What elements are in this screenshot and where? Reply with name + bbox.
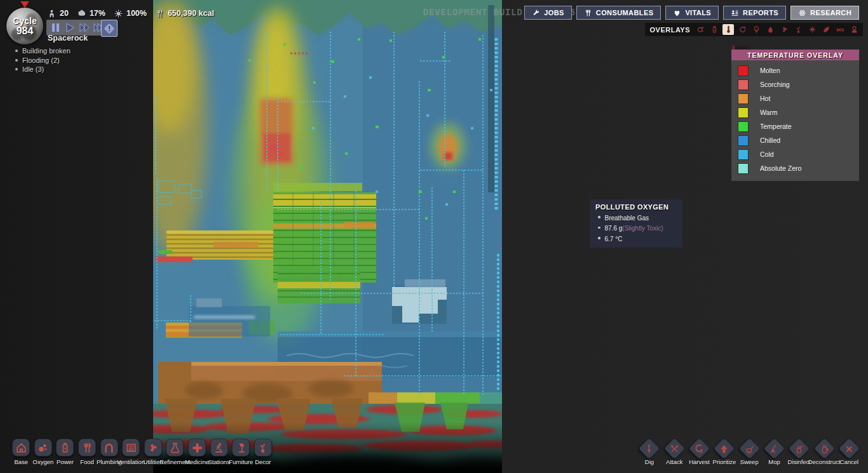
alert-idle[interactable]: Idle (3) [15,65,71,74]
notifications-button[interactable]: ! [101,20,118,37]
legend-label: Cold [760,150,774,158]
sweep-tool[interactable]: Sweep [737,439,762,465]
rooms-overlay-icon [836,25,844,34]
tool-label: Harvest [689,458,710,465]
legend-label: Molten [760,67,780,74]
stat-duplicants-value: 20 [60,9,69,18]
legend-row-chilled: Chilled [731,133,859,147]
jobs-label: JOBS [544,9,564,17]
build-category-decor[interactable]: Decor [252,439,275,465]
cancel-tool[interactable]: Cancel [837,439,862,465]
asteroid-name: Spacerock [48,34,88,43]
alert-building-broken[interactable]: Building broken [15,46,71,56]
tool-label: Prioritize [712,458,736,465]
materials-overlay-button[interactable] [736,24,748,35]
legend-label: Temperate [760,123,792,130]
plumbing-overlay-icon [766,25,775,34]
build-category-power[interactable]: Power [54,439,76,465]
germs-overlay-button[interactable] [806,24,818,35]
build-category-label: Stations [208,458,229,465]
harvest-icon [695,443,705,453]
oxygen-overlay-button[interactable] [695,24,706,35]
stat-calories: 650,390 kcal [155,9,214,18]
dig-icon [644,443,654,453]
oxygen-overlay-icon [696,25,705,34]
alert-flooding[interactable]: Flooding (2) [15,56,71,65]
food-icon [81,442,93,454]
game-world-viewport[interactable] [153,0,502,473]
fast-button[interactable] [78,21,91,34]
consumables-label: CONSUMABLES [596,9,654,17]
play-button[interactable] [64,21,76,34]
jobs-button[interactable]: JOBS [524,6,572,20]
consumables-button[interactable]: CONSUMABLES [576,6,661,20]
colony-stats: 20 17% 100% 650,390 kcal [47,8,214,19]
bullet-icon [598,237,600,239]
build-menu: Base Oxygen Power Food Plumbing Ventilat… [10,439,274,465]
bullet-icon [15,50,18,52]
legend-title: TEMPERATURE OVERLAY [731,50,859,60]
atom-icon [798,9,806,17]
disinfect-icon [794,443,804,453]
attack-tool[interactable]: Attack [662,439,687,465]
farming-overlay-icon [794,25,803,34]
reports-button[interactable]: REPORTS [723,6,786,20]
absolute-zero-swatch [738,164,748,173]
dig-tool[interactable]: Dig [637,439,661,465]
plumbing-icon [103,442,115,454]
plumbing-overlay-button[interactable] [764,24,776,35]
research-button[interactable]: RESEARCH [790,6,859,20]
build-category-food[interactable]: Food [76,439,98,465]
build-category-medicine[interactable]: Medicine [186,439,208,465]
build-category-stations[interactable]: Stations [208,439,230,465]
mop-tool[interactable]: Mop [762,439,787,465]
tooltip-toxicity: (Slightly Toxic) [622,225,663,232]
reports-label: REPORTS [743,9,778,17]
ventilation-overlay-button[interactable] [778,24,790,35]
legend-label: Scorching [760,81,790,88]
vitals-button[interactable]: VITALS [665,6,719,20]
build-category-label: Base [14,458,28,465]
power-overlay-icon [710,25,719,34]
build-category-furniture[interactable]: Furniture [230,439,252,465]
pause-button[interactable] [49,21,62,34]
mop-icon [769,443,779,453]
farming-overlay-button[interactable] [792,24,804,35]
build-category-oxygen[interactable]: Oxygen [32,439,55,465]
alert-text: Building broken [22,47,71,55]
alert-text: Flooding (2) [22,57,60,64]
bullet-icon [15,59,18,62]
tool-menu: Dig Attack Harvest Prioritize Sweep Mop … [637,439,862,465]
cancel-icon [844,443,854,453]
legend-row-hot: Hot [731,91,859,105]
prioritize-tool[interactable]: Prioritize [712,439,736,465]
bullet-icon [15,68,18,70]
exosuit-overlay-button[interactable] [848,24,860,35]
materials-overlay-icon [738,25,747,34]
decor-overlay-button[interactable] [820,24,832,35]
stat-calories-value: 650,390 kcal [168,9,214,18]
legend-row-temperate: Temperate [731,119,859,133]
temperature-overlay-button[interactable] [722,24,734,35]
legend-row-absolute-zero: Absolute Zero [731,161,859,175]
build-category-ventilation[interactable]: Ventilation [120,439,142,465]
light-overlay-button[interactable] [750,24,762,35]
hot-swatch [738,94,748,103]
harvest-tool[interactable]: Harvest [687,439,712,465]
fast-icon [79,23,90,32]
deconstruct-tool[interactable]: Deconstruct [811,439,836,465]
calories-icon [155,9,165,18]
legend-row-molten: Molten [731,63,859,77]
tool-label: Cancel [840,458,859,465]
build-category-refinement[interactable]: Refinement [164,439,186,465]
power-overlay-button[interactable] [709,24,720,35]
tooltip-text: 6.7 °C [605,236,623,243]
tooltip-row: 87.6 g (Slightly Toxic) [595,225,677,232]
scorching-swatch [738,80,748,90]
research-label: RESEARCH [810,9,851,17]
bullet-icon [598,227,600,229]
power-icon [59,442,71,454]
rooms-overlay-button[interactable] [834,24,846,35]
build-category-base[interactable]: Base [10,439,32,465]
duplicant-icon [47,9,57,18]
